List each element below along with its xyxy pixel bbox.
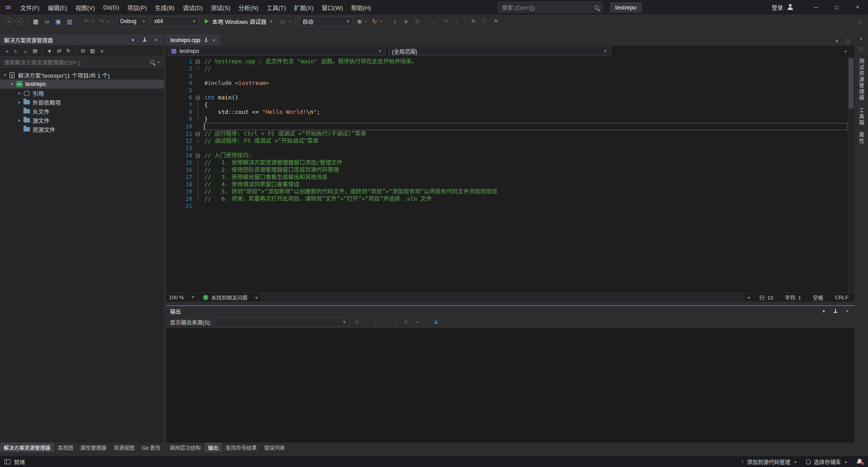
attach-chevron-icon[interactable]: ▾ [363, 16, 368, 26]
step-into-icon[interactable]: ↓ [429, 16, 439, 26]
code-line[interactable]: 18// 4. 使用错误列表窗口查看错误 [166, 181, 848, 188]
switch-views-icon[interactable]: ▤ [31, 47, 39, 55]
collapse-icon[interactable] [192, 152, 203, 159]
scope-navigation-dropdown[interactable]: (全局范围) ▼ [388, 47, 611, 56]
chevron-down-icon[interactable]: ▾ [858, 35, 865, 42]
pin-icon[interactable] [142, 36, 148, 43]
save-all-icon[interactable]: ▥ [65, 16, 75, 26]
redo-chevron-icon[interactable]: ▾ [105, 16, 110, 26]
tree-item[interactable]: ▸外部依赖项 [0, 98, 164, 107]
code-line[interactable]: 1// testrepo.cpp : 此文件包含 "main" 函数。程序执行将… [166, 58, 848, 65]
close-button[interactable]: × [847, 0, 868, 14]
minimize-button[interactable]: ─ [806, 0, 826, 14]
solution-configuration-dropdown[interactable]: Debug▼ [117, 16, 149, 27]
user-account-icon[interactable] [787, 4, 794, 10]
sidebar-tab[interactable]: 解决方案资源管理器 [0, 443, 54, 452]
restart-icon[interactable]: ↻ [412, 16, 422, 26]
code-line[interactable]: 2// [166, 65, 848, 72]
expander-icon[interactable]: ▸ [16, 100, 23, 104]
tree-item[interactable]: 资源文件 [0, 125, 164, 134]
code-line[interactable]: 8 std::cout << "Hello World!\n"; [166, 108, 848, 116]
code-line[interactable]: 15// 1. 使用解决方案资源管理器窗口添加/管理文件 [166, 159, 848, 166]
tree-item[interactable]: 头文件 [0, 107, 164, 116]
output-panel-header[interactable]: 输出 ▾× [166, 306, 854, 316]
sign-in-button[interactable]: 登录 [772, 3, 783, 12]
filter-icon[interactable]: ▼ [45, 47, 54, 55]
zoom-dropdown[interactable]: 100 % ▼ [166, 293, 198, 302]
scroll-left-icon[interactable]: ◄ [252, 295, 260, 300]
add-to-source-control-button[interactable]: ↑ 添加到源代码管理 ▲ [741, 458, 797, 466]
menubar-item[interactable]: 窗口(W) [318, 0, 347, 14]
select-repository-button[interactable]: 选择存储库 ▲ [806, 458, 848, 466]
panel-tab[interactable]: 调用层次结构 [166, 443, 204, 452]
code-line[interactable]: 14// 入门使用技巧: [166, 152, 848, 159]
menubar-item[interactable]: Git(G) [99, 0, 123, 14]
attach-to-process-icon[interactable]: ⊕ [354, 16, 364, 26]
break-all-icon[interactable]: ‖ [390, 16, 400, 26]
auto-scroll-icon[interactable]: ⇊ [431, 318, 440, 327]
solution-platform-dropdown[interactable]: x64▼ [151, 16, 199, 27]
close-icon[interactable]: × [844, 307, 850, 315]
solution-explorer-search-input[interactable]: 搜索解决方案资源管理器(Ctrl+;) ▾ [0, 57, 164, 68]
code-line[interactable]: 19// 5. 转到“项目”>“添加新项”以创建新的代码文件，或转到“项目”>“… [166, 188, 848, 195]
previous-message-icon[interactable]: ↑ [371, 318, 380, 327]
code-line[interactable]: 7{ [166, 101, 848, 108]
menubar-item[interactable]: 扩展(X) [290, 0, 317, 14]
project-navigation-dropdown[interactable]: testrepo ▼ [168, 47, 386, 56]
window-layout-icon[interactable]: ▢ [844, 36, 851, 46]
collapse-icon[interactable] [192, 58, 203, 65]
maximize-button[interactable]: □ [826, 0, 847, 14]
previous-bookmark-icon[interactable]: ⚐ [480, 16, 490, 26]
output-content[interactable] [166, 328, 854, 443]
expander-icon[interactable]: ▾ [2, 73, 8, 77]
quick-search-input[interactable]: 搜索 (Ctrl+Q) [498, 2, 603, 13]
show-all-files-icon[interactable]: ▧ [88, 47, 97, 55]
code-line[interactable]: 13 [166, 145, 848, 152]
code-line[interactable]: 20// 6. 将来，若要再次打开此项目，请转到“文件”>“打开”>“项目”并选… [166, 195, 848, 203]
hot-reload-chevron-icon[interactable]: ▾ [378, 16, 383, 26]
menubar-item[interactable]: 项目(P) [123, 0, 151, 14]
active-documents-chevron-icon[interactable]: ▾ [834, 36, 840, 46]
editor-vertical-scrollbar[interactable] [848, 57, 854, 292]
editor-horizontal-scrollbar[interactable]: ◄ ► [252, 293, 754, 302]
start-without-debugging-icon[interactable]: ▷ [278, 16, 288, 26]
window-layout-icon[interactable] [5, 459, 10, 464]
clear-all-icon[interactable]: ⊘ [401, 318, 410, 327]
pane-icon[interactable]: ▢ [858, 45, 865, 52]
auto-hide-tab[interactable]: 测试资源管理器 [858, 56, 865, 104]
menubar-item[interactable]: 调试(D) [179, 0, 207, 14]
auto-hide-tab[interactable]: 属性 [858, 130, 865, 146]
step-out-icon[interactable]: ↑ [452, 16, 462, 26]
redo-icon[interactable]: ↷ [96, 16, 106, 26]
code-line[interactable]: 4#include <iostream> [166, 80, 848, 87]
refresh-icon[interactable]: ↻ [64, 47, 73, 55]
output-source-dropdown[interactable]: ▼ [214, 317, 349, 327]
collapse-all-icon[interactable]: ⊟ [79, 47, 87, 55]
menubar-item[interactable]: 工具(T) [263, 0, 290, 14]
code-text-area[interactable]: 1// testrepo.cpp : 此文件包含 "main" 函数。程序执行将… [166, 57, 854, 292]
new-project-icon[interactable]: ▦ [31, 16, 41, 26]
code-line[interactable]: 6int main() [166, 94, 848, 101]
code-line[interactable]: 10 [166, 123, 848, 130]
scrollbar-track[interactable] [260, 293, 745, 302]
sidebar-tab[interactable]: Git 更改 [138, 443, 164, 452]
close-icon[interactable]: × [153, 36, 160, 43]
code-line[interactable]: 11// 运行程序: Ctrl + F5 或调试 >“开始执行(不调试)”菜单 [166, 130, 848, 137]
expander-icon[interactable]: ▾ [9, 82, 15, 86]
forward-icon[interactable]: ► [12, 47, 20, 55]
toggle-bookmark-icon[interactable]: ⚑ [468, 16, 478, 26]
next-message-icon[interactable]: ↓ [382, 318, 392, 327]
scrollbar-thumb[interactable] [849, 58, 854, 108]
code-line[interactable]: 17// 3. 使用输出窗口查看生成输出和其他消息 [166, 174, 848, 181]
menubar-item[interactable]: 视图(V) [71, 0, 99, 14]
document-tab-testrepo-cpp[interactable]: testrepo.cpp × [166, 34, 221, 46]
collapse-icon[interactable] [192, 130, 203, 137]
scroll-right-icon[interactable]: ► [745, 295, 753, 300]
undo-chevron-icon[interactable]: ▾ [90, 16, 95, 26]
open-file-icon[interactable]: ▱ [42, 16, 52, 26]
pin-icon[interactable] [204, 37, 208, 43]
menubar-item[interactable]: 文件(F) [16, 0, 44, 14]
solution-explorer-header[interactable]: 解决方案资源管理器 ▾× [0, 34, 164, 45]
tree-item[interactable]: ▸源文件 [0, 116, 164, 125]
panel-tab[interactable]: 错误列表 [260, 443, 288, 452]
